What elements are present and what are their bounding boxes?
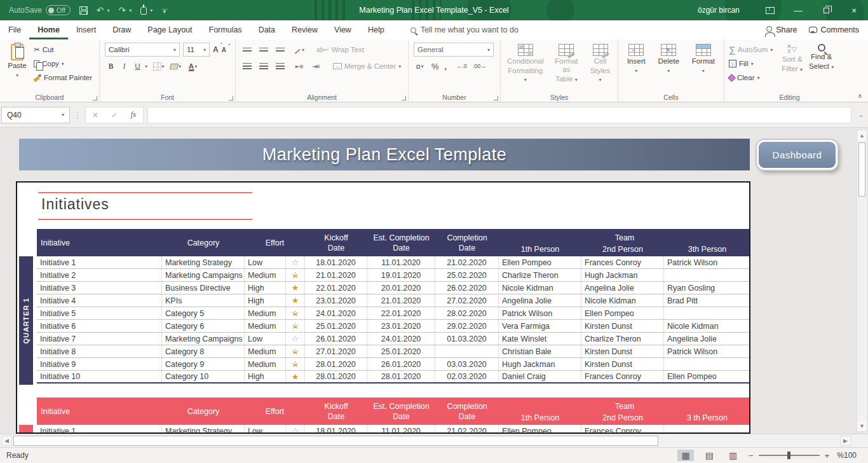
name-box[interactable]: Q40▾ <box>1 107 70 123</box>
cell-completion-date[interactable]: 02.03.2020 <box>435 371 499 382</box>
header-person1[interactable]: 1th Person <box>499 242 581 256</box>
sort-filter-button[interactable]: AZ▽ Sort & Filter ▾ <box>778 41 806 92</box>
cell-initiative[interactable]: Initiative 4 <box>37 294 162 307</box>
tab-review[interactable]: Review <box>283 20 326 39</box>
header-est-completion-date[interactable]: Est. Completion <box>367 397 435 411</box>
expand-formula-bar-icon[interactable]: ⌄ <box>855 111 867 118</box>
cell-kickoff-date[interactable]: 18.01.2020 <box>305 256 367 268</box>
tab-formulas[interactable]: Formulas <box>201 20 250 39</box>
zoom-in-icon[interactable]: + <box>825 451 830 460</box>
paste-dropdown-icon[interactable]: ▾ <box>16 71 18 79</box>
align-left-icon[interactable] <box>241 60 253 73</box>
cell-person3[interactable]: Patrick Wilson <box>664 345 750 357</box>
cell-person2[interactable]: Hugh Jackman <box>581 269 664 281</box>
autosave-toggle[interactable]: AutoSave Off <box>9 5 71 15</box>
cell-kickoff-date[interactable]: 22.01.2020 <box>305 282 367 294</box>
cell-effort-star[interactable] <box>286 371 305 382</box>
enter-formula-icon[interactable]: ✓ <box>105 111 124 120</box>
cell-kickoff-date[interactable]: 26.01.2020 <box>305 333 367 345</box>
cell-effort[interactable]: Medium <box>245 307 286 319</box>
align-center-icon[interactable] <box>257 60 269 73</box>
scroll-left-icon[interactable]: ◀ <box>1 436 12 446</box>
format-cells-button[interactable]: Format ▾ <box>689 41 718 92</box>
tab-home[interactable]: Home <box>29 20 68 39</box>
account-user-name[interactable]: özgür bircan <box>698 6 740 15</box>
cell-completion-date[interactable]: 29.02.2020 <box>435 320 499 332</box>
cell-effort[interactable]: Low <box>245 256 286 268</box>
cell-initiative[interactable]: Initiative 5 <box>37 307 162 319</box>
scroll-up-icon[interactable]: ▲ <box>858 130 866 141</box>
cell-person1[interactable]: Angelina Jolie <box>499 294 581 307</box>
cell-person1[interactable]: Nicole Kidman <box>499 282 581 294</box>
cell-initiative[interactable]: Initiative 6 <box>37 320 162 332</box>
increase-indent-icon[interactable]: ⇥≡ <box>309 60 322 73</box>
cell-completion-date[interactable]: 26.02.2020 <box>435 282 499 294</box>
cell-person1[interactable]: Christian Bale <box>499 345 581 357</box>
effort-star-icon[interactable] <box>290 425 301 434</box>
font-dialog-launcher-icon[interactable] <box>229 96 233 100</box>
increase-decimal-button[interactable]: ←.0 <box>456 63 467 69</box>
cell-est-completion-date[interactable]: 11.01.2020 <box>367 256 435 268</box>
cell-est-completion-date[interactable]: 22.01.2020 <box>367 307 435 319</box>
header-kickoff-date2[interactable]: Date <box>305 242 367 256</box>
accounting-format-button[interactable]: ¤▾ <box>414 60 426 73</box>
cell-kickoff-date[interactable]: 18.01.2020 <box>305 425 367 434</box>
cell-est-completion-date[interactable]: 26.01.2020 <box>367 358 435 370</box>
decrease-indent-icon[interactable]: ⇤≡ <box>293 60 305 73</box>
italic-button[interactable]: I <box>118 60 130 73</box>
insert-cells-button[interactable]: Insert ▾ <box>624 41 649 92</box>
cell-effort[interactable]: Medium <box>245 320 286 332</box>
restore-button[interactable] <box>812 0 840 20</box>
vertical-scroll-thumb[interactable] <box>858 142 865 197</box>
comma-style-button[interactable]: , <box>445 62 447 71</box>
zoom-out-icon[interactable]: − <box>749 451 754 460</box>
cell-person1[interactable]: Vera Farmiga <box>499 320 581 332</box>
cell-initiative[interactable]: Initiative 7 <box>37 333 162 345</box>
effort-star-icon[interactable] <box>290 295 301 306</box>
cell-kickoff-date[interactable]: 24.01.2020 <box>305 307 367 319</box>
scroll-right-icon[interactable]: ▶ <box>840 436 851 446</box>
cell-category[interactable]: Business Directive <box>162 282 245 294</box>
page-layout-view-icon[interactable]: ▤ <box>702 450 717 461</box>
customize-toolbar-icon[interactable]: —▾ <box>161 8 167 13</box>
cell-est-completion-date[interactable]: 23.01.2020 <box>367 320 435 332</box>
effort-star-icon[interactable] <box>290 333 301 344</box>
cell-person3[interactable]: Nicole Kidman <box>664 320 750 332</box>
borders-button[interactable]: ▾ <box>153 60 165 73</box>
page-break-preview-icon[interactable]: ▥ <box>725 450 741 461</box>
header-person2[interactable]: 2nd Person <box>581 411 664 425</box>
cell-completion-date[interactable]: 27.02.2020 <box>435 294 499 307</box>
effort-star-icon[interactable] <box>290 282 301 293</box>
cell-est-completion-date[interactable]: 28.01.2020 <box>367 371 435 382</box>
cell-kickoff-date[interactable]: 28.01.2020 <box>305 358 367 370</box>
paste-button[interactable]: Paste ▾ <box>3 41 32 92</box>
tab-data[interactable]: Data <box>250 20 283 39</box>
header-initiative[interactable]: Initiative <box>37 229 162 256</box>
tab-view[interactable]: View <box>326 20 360 39</box>
cell-category[interactable]: Category 5 <box>162 307 245 319</box>
cell-effort[interactable]: Medium <box>245 345 286 357</box>
effort-star-icon[interactable] <box>290 270 301 280</box>
cell-completion-date[interactable]: 01.03.2020 <box>435 333 499 345</box>
cell-completion-date[interactable]: 25.02.2020 <box>435 269 499 281</box>
horizontal-scroll-thumb[interactable] <box>13 436 658 446</box>
cell-completion-date[interactable]: 03.03.2020 <box>435 358 499 370</box>
cell-person1[interactable]: Daniel Craig <box>499 371 581 382</box>
redo-icon[interactable]: ↷ <box>119 5 126 15</box>
cell-effort-star[interactable] <box>286 307 305 319</box>
cell-effort-star[interactable] <box>286 269 305 281</box>
cell-category[interactable]: Category 8 <box>162 345 245 357</box>
cell-person3[interactable] <box>664 307 750 319</box>
cell-completion-date[interactable]: 21.02.2020 <box>435 425 499 434</box>
redo-dropdown-icon[interactable]: ▾ <box>129 8 132 13</box>
font-color-button[interactable]: A▾ <box>187 60 199 73</box>
cell-effort-star[interactable] <box>286 358 305 370</box>
cell-est-completion-date[interactable]: 20.01.2020 <box>367 282 435 294</box>
cell-category[interactable]: Marketing Strategy <box>162 256 245 268</box>
cell-completion-date[interactable]: 21.02.2020 <box>435 256 499 268</box>
formula-input[interactable] <box>147 107 851 123</box>
tab-page-layout[interactable]: Page Layout <box>139 20 200 39</box>
cell-person3[interactable]: Angelina Jolie <box>664 333 750 345</box>
cell-est-completion-date[interactable]: 24.01.2020 <box>367 333 435 345</box>
cell-effort[interactable]: Medium <box>245 269 286 281</box>
